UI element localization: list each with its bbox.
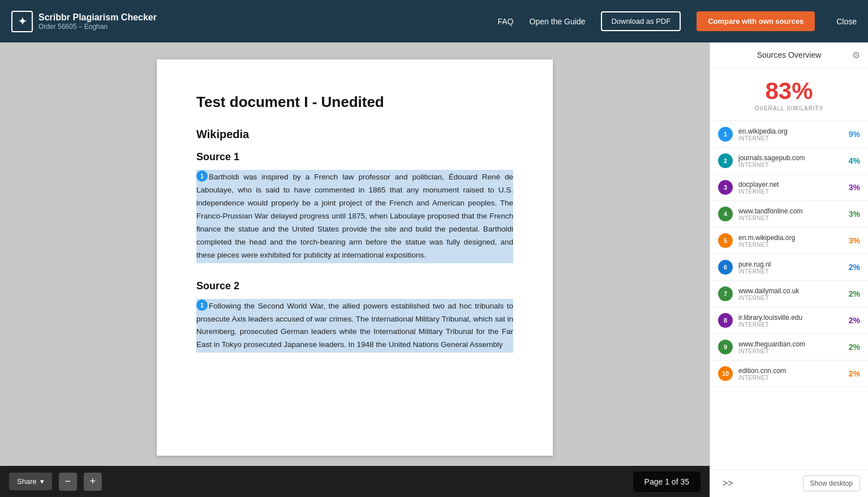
source-number-badge: 9	[718, 340, 733, 354]
app-name: Scribbr Plagiarism Checker	[38, 12, 157, 23]
close-button[interactable]: Close	[836, 17, 857, 26]
source-list-item[interactable]: 4www.tandfonline.comINTERNET3%	[710, 201, 868, 228]
source-type: INTERNET	[738, 188, 849, 195]
guide-link[interactable]: Open the Guide	[530, 17, 586, 26]
source-percentage: 2%	[849, 342, 860, 352]
source-percentage: 2%	[849, 289, 860, 298]
source-url: www.theguardian.com	[738, 340, 849, 348]
source-list-item[interactable]: 5en.m.wikipedia.orgINTERNET3%	[710, 228, 868, 254]
source-number-badge: 4	[718, 207, 733, 221]
source-type: INTERNET	[738, 295, 849, 301]
source-number-badge: 8	[718, 313, 733, 328]
source-number-badge: 2	[718, 153, 733, 168]
source-list-item[interactable]: 1en.wikipedia.orgINTERNET9%	[710, 121, 868, 148]
source-number-badge: 10	[718, 366, 733, 381]
document-paper: Test document I - Unedited Wikipedia Sou…	[157, 59, 553, 456]
source-type: INTERNET	[738, 242, 849, 248]
source-list-item[interactable]: 7www.dailymail.co.ukINTERNET2%	[710, 281, 868, 307]
source1-title: Source 1	[196, 151, 513, 163]
faq-link[interactable]: FAQ	[498, 17, 514, 26]
logo-icon: ✦	[11, 11, 33, 32]
source-type: INTERNET	[738, 348, 849, 354]
source-percentage: 2%	[849, 369, 860, 378]
source-url: en.wikipedia.org	[738, 127, 849, 135]
section-wikipedia: Wikipedia	[196, 128, 513, 141]
share-button[interactable]: Share ▾	[9, 473, 52, 490]
source-list-item[interactable]: 3docplayer.netINTERNET3%	[710, 174, 868, 201]
show-desktop-button[interactable]: Show desktop	[803, 475, 860, 491]
source-url: www.tandfonline.com	[738, 207, 849, 215]
source-number-badge: 6	[718, 260, 733, 275]
app-header: ✦ Scribbr Plagiarism Checker Order 56605…	[0, 0, 868, 42]
source-number-badge: 5	[718, 233, 733, 248]
source-list-item[interactable]: 8ir.library.louisville.eduINTERNET2%	[710, 307, 868, 334]
source-type: INTERNET	[738, 162, 849, 168]
source-percentage: 2%	[849, 316, 860, 325]
source-list-item[interactable]: 2journals.sagepub.comINTERNET4%	[710, 148, 868, 174]
source-type: INTERNET	[738, 135, 849, 142]
download-pdf-button[interactable]: Download as PDF	[601, 11, 681, 31]
source-url: www.dailymail.co.uk	[738, 287, 849, 295]
source-url: ir.library.louisville.edu	[738, 314, 849, 322]
source2-title: Source 2	[196, 280, 513, 292]
logo-container: ✦ Scribbr Plagiarism Checker Order 56605…	[11, 11, 157, 32]
panel-title: Sources Overview	[757, 50, 822, 59]
source-percentage: 3%	[849, 236, 860, 245]
source-percentage: 3%	[849, 183, 860, 192]
order-info: Order 56605 – Eoghan	[38, 23, 157, 31]
zoom-out-button[interactable]: −	[59, 473, 77, 491]
source-list-item[interactable]: 9www.theguardian.comINTERNET2%	[710, 334, 868, 361]
source-number-badge: 7	[718, 286, 733, 301]
source-list-item[interactable]: 6pure.rug.nlINTERNET2%	[710, 254, 868, 281]
source-url: pure.rug.nl	[738, 260, 849, 268]
source-percentage: 3%	[849, 209, 860, 218]
source-type: INTERNET	[738, 268, 849, 275]
source-percentage: 4%	[849, 156, 860, 165]
source-type: INTERNET	[738, 322, 849, 328]
source-url: docplayer.net	[738, 181, 849, 188]
panel-bottom: >> Show desktop	[710, 469, 868, 497]
header-title: Scribbr Plagiarism Checker Order 56605 –…	[38, 12, 157, 31]
source-number-badge: 3	[718, 180, 733, 195]
sources-panel: Sources Overview ⚙ 83% OVERALL SIMILARIT…	[710, 42, 868, 497]
main-container: Test document I - Unedited Wikipedia Sou…	[0, 42, 868, 497]
source2-badge: 1	[196, 299, 208, 311]
gear-icon[interactable]: ⚙	[852, 50, 860, 61]
source-list-item[interactable]: 10edition.cnn.comINTERNET2%	[710, 361, 868, 387]
bottom-toolbar: Share ▾ − + Page 1 of 35	[0, 466, 710, 497]
source2-paragraph: 1Following the Second World War, the all…	[196, 299, 513, 353]
source-type: INTERNET	[738, 375, 849, 381]
source-url: en.m.wikipedia.org	[738, 234, 849, 242]
source-url: edition.cnn.com	[738, 367, 849, 375]
source-percentage: 9%	[849, 130, 860, 139]
document-title: Test document I - Unedited	[196, 93, 513, 111]
page-indicator: Page 1 of 35	[633, 472, 701, 492]
source-percentage: 2%	[849, 263, 860, 272]
collapse-button[interactable]: >>	[718, 476, 738, 491]
source1-badge: 1	[196, 170, 208, 182]
source-url: journals.sagepub.com	[738, 154, 849, 162]
header-nav: FAQ Open the Guide Download as PDF Compa…	[498, 11, 857, 31]
similarity-section: 83% OVERALL SIMILARITY	[710, 68, 868, 121]
similarity-label: OVERALL SIMILARITY	[719, 105, 859, 112]
source-type: INTERNET	[738, 215, 849, 221]
compare-sources-button[interactable]: Compare with own sources	[697, 11, 815, 31]
source-number-badge: 1	[718, 127, 733, 142]
zoom-in-button[interactable]: +	[84, 473, 102, 491]
sources-list: 1en.wikipedia.orgINTERNET9%2journals.sag…	[710, 121, 868, 469]
document-area: Test document I - Unedited Wikipedia Sou…	[0, 42, 710, 497]
similarity-percent: 83%	[719, 79, 859, 103]
source1-paragraph: 1Bartholdi was inspired by a French law …	[196, 170, 513, 263]
panel-header: Sources Overview ⚙	[710, 42, 868, 68]
